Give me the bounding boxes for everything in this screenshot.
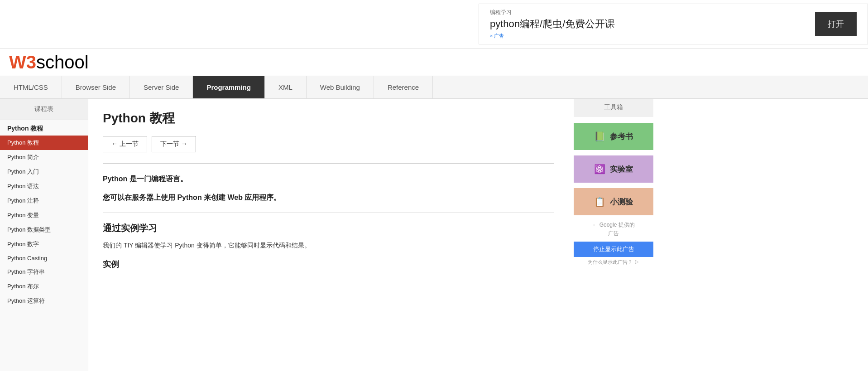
sidebar-item-8[interactable]: Python Casting	[0, 252, 88, 265]
sidebar-item-6[interactable]: Python 数据类型	[0, 223, 88, 237]
sidebar-item-11[interactable]: Python 运算符	[0, 294, 88, 308]
divider-2	[103, 213, 554, 213]
book-icon: 📗	[594, 131, 605, 142]
nav-item-server-side[interactable]: Server Side	[130, 76, 193, 98]
lab-icon: ⚛️	[594, 164, 605, 175]
nav-item-web-building[interactable]: Web Building	[307, 76, 374, 98]
nav-item-xml[interactable]: XML	[265, 76, 307, 98]
section-title: 通过实例学习	[103, 222, 554, 234]
toolbox-header: 工具箱	[574, 99, 653, 116]
sidebar-item-10[interactable]: Python 布尔	[0, 279, 88, 294]
toolbox: 工具箱 📗 参考书 ⚛️ 实验室 📋 小测验 ← Google 提供的广告 停止…	[568, 99, 659, 371]
nav-item-programming[interactable]: Programming	[193, 76, 265, 98]
logo[interactable]: W3school	[9, 53, 89, 71]
quiz-label: 小测验	[610, 197, 633, 207]
quiz-button[interactable]: 📋 小测验	[574, 188, 653, 215]
reference-book-button[interactable]: 📗 参考书	[574, 123, 653, 150]
nav-item-html-css[interactable]: HTML/CSS	[0, 76, 62, 98]
header: W3school	[0, 48, 868, 76]
lab-label: 实验室	[610, 164, 633, 175]
sidebar: 课程表 Python 教程 Python 教程 Python 简介 Python…	[0, 99, 88, 371]
prev-button[interactable]: ← 上一节	[103, 136, 147, 152]
nav-item-browser-side[interactable]: Browser Side	[62, 76, 130, 98]
ad-label: 编程学习	[490, 9, 815, 16]
nav-item-reference[interactable]: Reference	[374, 76, 433, 98]
logo-w3: W3	[9, 52, 36, 72]
logo-school: school	[36, 52, 89, 72]
reference-book-label: 参考书	[610, 131, 633, 142]
why-ad-text[interactable]: 为什么显示此广告？ ▷	[574, 259, 653, 266]
ad-open-button[interactable]: 打开	[815, 12, 857, 36]
sidebar-item-1[interactable]: Python 简介	[0, 150, 88, 165]
ad-title: python编程/爬虫/免费公开课	[490, 17, 815, 31]
quiz-icon: 📋	[594, 196, 605, 207]
intro-text-1: Python 是一门编程语言。	[103, 173, 554, 185]
ad-content: 编程学习 python编程/爬虫/免费公开课 × 广告	[490, 9, 815, 39]
ad-banner: 编程学习 python编程/爬虫/免费公开课 × 广告 打开	[479, 4, 868, 44]
sidebar-item-5[interactable]: Python 变量	[0, 208, 88, 223]
ad-close[interactable]: × 广告	[490, 33, 815, 39]
sidebar-header: 课程表	[0, 99, 88, 120]
nav-buttons: ← 上一节 下一节 →	[103, 136, 554, 152]
page-title: Python 教程	[103, 110, 554, 127]
sidebar-section-title: Python 教程	[0, 120, 88, 136]
next-button[interactable]: 下一节 →	[152, 136, 196, 152]
google-ad-note: ← Google 提供的广告	[574, 221, 653, 238]
lab-button[interactable]: ⚛️ 实验室	[574, 155, 653, 183]
section-desc: 我们的 TIY 编辑器使学习 Python 变得简单，它能够同时显示代码和结果。	[103, 240, 554, 251]
nav-bar: HTML/CSS Browser Side Server Side Progra…	[0, 76, 868, 99]
main-content: Python 教程 ← 上一节 下一节 → Python 是一门编程语言。 您可…	[88, 99, 568, 371]
sidebar-item-3[interactable]: Python 语法	[0, 179, 88, 194]
stop-ad-button[interactable]: 停止显示此广告	[574, 242, 653, 257]
sidebar-item-2[interactable]: Python 入门	[0, 165, 88, 179]
sidebar-item-9[interactable]: Python 字符串	[0, 265, 88, 279]
sidebar-item-4[interactable]: Python 注释	[0, 194, 88, 208]
sidebar-item-0[interactable]: Python 教程	[0, 136, 88, 150]
example-label: 实例	[103, 259, 554, 270]
sidebar-item-7[interactable]: Python 数字	[0, 237, 88, 252]
main-layout: 课程表 Python 教程 Python 教程 Python 简介 Python…	[0, 99, 868, 371]
divider-1	[103, 163, 554, 164]
intro-text-2: 您可以在服务器上使用 Python 来创建 Web 应用程序。	[103, 191, 554, 204]
